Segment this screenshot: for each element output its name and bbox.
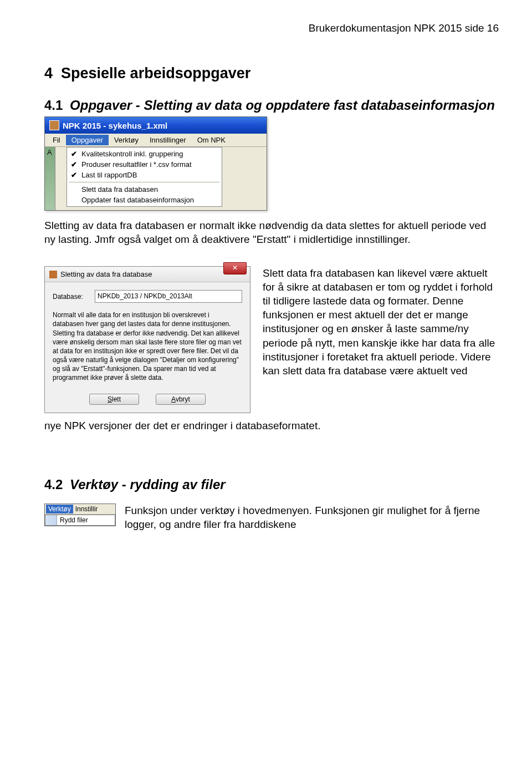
menu-verktoy[interactable]: Verktøy [109, 135, 144, 145]
heading-num: 4 [44, 65, 53, 82]
menu-bar: Fil Oppgaver Verktøy Innstillinger Om NP… [45, 134, 267, 147]
page-header: Brukerdokumentasjon NPK 2015 side 16 [44, 22, 499, 34]
dialog-body: Database: NPKDb_2013 / NPKDb_2013Alt Nor… [45, 282, 250, 388]
window-title-bar: NPK 2015 - sykehus_1.xml [45, 117, 267, 134]
dialog-info-text: Normalt vil alle data for en institusjon… [53, 311, 242, 383]
paragraph-2b: nye NPK versjoner der det er endringer i… [44, 419, 499, 433]
check-icon: ✔ [71, 160, 77, 169]
paragraph-2a: Slett data fra databasen kan likevel vær… [263, 266, 499, 378]
check-icon: ✔ [71, 150, 77, 158]
menu-item-label: Slett data fra databasen [81, 185, 158, 194]
menu-item-kvalitetskontroll[interactable]: ✔Kvalitetskontroll inkl. gruppering [67, 149, 222, 159]
slett-button[interactable]: Slett [89, 394, 139, 405]
menu-item-label: Kvalitetskontroll inkl. gruppering [81, 150, 183, 158]
database-input[interactable]: NPKDb_2013 / NPKDb_2013Alt [95, 290, 242, 303]
heading-text: Verktøy - rydding av filer [70, 477, 226, 492]
app-icon [49, 120, 59, 130]
heading-text: Spesielle arbeidsoppgaver [61, 65, 250, 82]
menu-innstillinger-cut[interactable]: Innstillir [73, 505, 100, 513]
button-label-rest: lett [112, 395, 121, 403]
dropdown-verktoy: Rydd filer [45, 515, 115, 526]
menu-item-label: Last til rapportDB [81, 171, 137, 179]
window-title: NPK 2015 - sykehus_1.xml [63, 121, 167, 130]
paragraph-3: Funksjon under verktøy i hovedmenyen. Fu… [125, 504, 499, 531]
menu-innstillinger[interactable]: Innstillinger [144, 135, 192, 145]
dialog-title: Sletting av data fra database [60, 270, 152, 278]
check-icon: ✔ [71, 171, 77, 179]
app-icon [49, 271, 57, 278]
screenshot-verktoy-menu: Verktøy Innstillir Rydd filer [44, 504, 116, 526]
menu-item-last-rapportdb[interactable]: ✔Last til rapportDB [67, 170, 222, 180]
menu-item-label: Oppdater fast databaseinformasjon [81, 196, 194, 204]
menu-fil[interactable]: Fil [47, 135, 66, 145]
menu-item-produser-csv[interactable]: ✔Produser resultatfiler i *.csv format [67, 159, 222, 170]
heading-section-4: 4 Spesielle arbeidsoppgaver [44, 65, 499, 82]
button-label-rest: vbryt [176, 395, 190, 403]
heading-num: 4.2 [44, 477, 63, 492]
menu-verktoy[interactable]: Verktøy [46, 505, 73, 513]
avbryt-button[interactable]: Avbryt [156, 394, 206, 405]
menu-item-oppdater-dbinfo[interactable]: Oppdater fast databaseinformasjon [67, 195, 222, 205]
close-button[interactable]: ✕ [223, 262, 247, 274]
dialog-title-bar: Sletting av data fra database ✕ [45, 267, 250, 282]
paragraph-1: Sletting av data fra databasen er normal… [44, 218, 499, 246]
heading-section-4-2: 4.2 Verktøy - rydding av filer [44, 477, 499, 492]
menu-oppgaver[interactable]: Oppgaver [66, 135, 109, 145]
heading-num: 4.1 [44, 98, 63, 113]
side-strip: A [45, 147, 55, 210]
separator [69, 182, 219, 182]
menu-item-slett-data[interactable]: Slett data fra databasen [67, 184, 222, 195]
screenshot-oppgaver-menu: NPK 2015 - sykehus_1.xml Fil Oppgaver Ve… [44, 116, 267, 211]
side-letter: A [45, 147, 55, 157]
heading-section-4-1: 4.1 Oppgaver - Sletting av data og oppda… [44, 98, 499, 113]
menu-item-label: Produser resultatfiler i *.csv format [81, 160, 192, 169]
heading-text: Oppgaver - Sletting av data og oppdatere… [70, 98, 495, 113]
menu-item-rydd-filer[interactable]: Rydd filer [45, 516, 115, 525]
database-label: Database: [53, 292, 95, 301]
menu-bar: Verktøy Innstillir [45, 504, 115, 515]
menu-om-npk[interactable]: Om NPK [192, 135, 231, 145]
screenshot-slett-dialog: Sletting av data fra database ✕ Database… [44, 266, 250, 413]
dropdown-oppgaver: ✔Kvalitetskontroll inkl. gruppering ✔Pro… [66, 147, 222, 207]
